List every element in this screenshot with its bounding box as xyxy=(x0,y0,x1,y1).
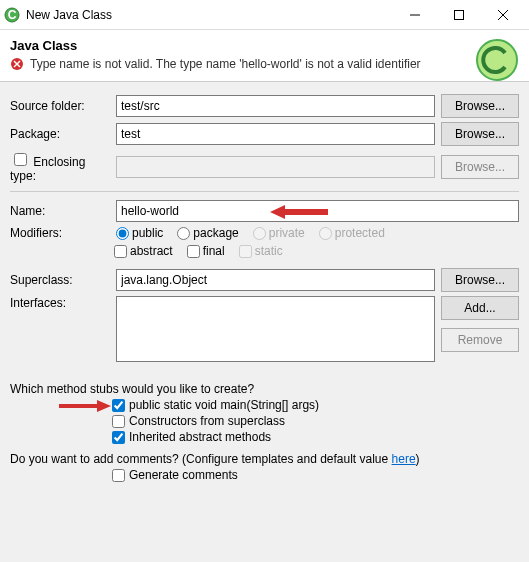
comments-question: Do you want to add comments? (Configure … xyxy=(10,452,519,466)
public-radio-label[interactable]: public xyxy=(116,226,163,240)
final-check-label[interactable]: final xyxy=(187,244,225,258)
browse-superclass-button[interactable]: Browse... xyxy=(441,268,519,292)
package-radio-label[interactable]: package xyxy=(177,226,238,240)
title-bar: C New Java Class xyxy=(0,0,529,30)
protected-radio xyxy=(319,227,332,240)
class-logo-icon xyxy=(475,38,519,82)
superclass-label: Superclass: xyxy=(10,273,110,287)
package-radio[interactable] xyxy=(177,227,190,240)
interfaces-listbox[interactable] xyxy=(116,296,435,362)
name-input[interactable] xyxy=(116,200,519,222)
inherited-label: Inherited abstract methods xyxy=(129,430,271,444)
package-label: Package: xyxy=(10,127,110,141)
source-folder-input[interactable] xyxy=(116,95,435,117)
package-input[interactable] xyxy=(116,123,435,145)
modifiers-label: Modifiers: xyxy=(10,226,110,240)
browse-enclosing-button: Browse... xyxy=(441,155,519,179)
public-radio[interactable] xyxy=(116,227,129,240)
static-check-label: static xyxy=(239,244,283,258)
browse-package-button[interactable]: Browse... xyxy=(441,122,519,146)
protected-radio-label: protected xyxy=(319,226,385,240)
minimize-button[interactable] xyxy=(393,1,437,29)
error-icon xyxy=(10,57,24,71)
add-interface-button[interactable]: Add... xyxy=(441,296,519,320)
constructors-checkbox[interactable] xyxy=(112,415,125,428)
close-button[interactable] xyxy=(481,1,525,29)
remove-interface-button: Remove xyxy=(441,328,519,352)
annotation-arrow-icon xyxy=(57,398,111,414)
svg-marker-11 xyxy=(59,400,111,412)
browse-source-button[interactable]: Browse... xyxy=(441,94,519,118)
main-method-label: public static void main(String[] args) xyxy=(129,398,319,412)
constructors-label: Constructors from superclass xyxy=(129,414,285,428)
error-text: Type name is not valid. The type name 'h… xyxy=(30,57,421,71)
minimize-icon xyxy=(410,10,420,20)
superclass-input[interactable] xyxy=(116,269,435,291)
generate-comments-label: Generate comments xyxy=(129,468,238,482)
svg-text:C: C xyxy=(8,8,17,22)
maximize-button[interactable] xyxy=(437,1,481,29)
error-message-row: Type name is not valid. The type name 'h… xyxy=(10,57,519,71)
enclosing-type-label[interactable]: Enclosing type: xyxy=(10,150,110,183)
private-radio xyxy=(253,227,266,240)
close-icon xyxy=(498,10,508,20)
main-method-checkbox[interactable] xyxy=(112,399,125,412)
interfaces-label: Interfaces: xyxy=(10,296,110,310)
abstract-check-label[interactable]: abstract xyxy=(114,244,173,258)
abstract-checkbox[interactable] xyxy=(114,245,127,258)
static-checkbox xyxy=(239,245,252,258)
stubs-question: Which method stubs would you like to cre… xyxy=(10,382,519,396)
separator xyxy=(10,191,519,192)
configure-templates-link[interactable]: here xyxy=(392,452,416,466)
enclosing-type-checkbox[interactable] xyxy=(14,153,27,166)
enclosing-type-input xyxy=(116,156,435,178)
header-title: Java Class xyxy=(10,38,519,53)
svg-rect-3 xyxy=(455,10,464,19)
source-folder-label: Source folder: xyxy=(10,99,110,113)
final-checkbox[interactable] xyxy=(187,245,200,258)
inherited-checkbox[interactable] xyxy=(112,431,125,444)
dialog-header: Java Class Type name is not valid. The t… xyxy=(0,30,529,82)
generate-comments-checkbox[interactable] xyxy=(112,469,125,482)
class-icon: C xyxy=(4,7,20,23)
private-radio-label: private xyxy=(253,226,305,240)
maximize-icon xyxy=(454,10,464,20)
window-title: New Java Class xyxy=(26,8,393,22)
name-label: Name: xyxy=(10,204,110,218)
